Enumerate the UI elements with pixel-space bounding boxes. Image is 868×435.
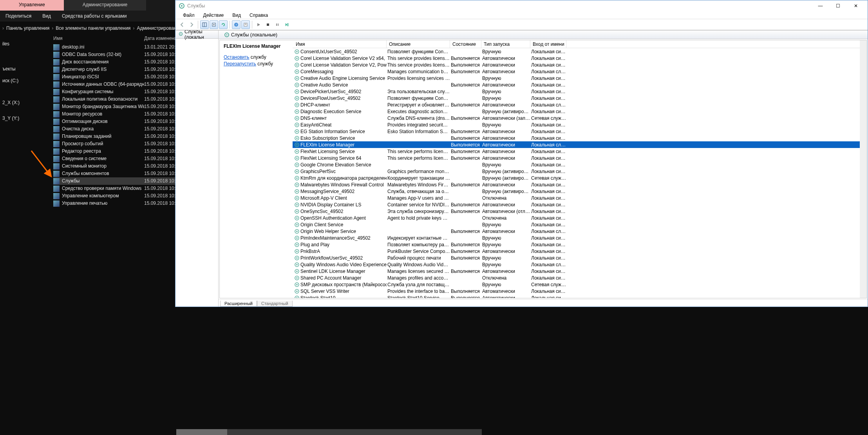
breadcrumb-seg[interactable]: Все элементы панели управления	[53, 25, 133, 31]
table-row[interactable]: FlexNet Licensing ServiceThis service pe…	[293, 148, 860, 155]
table-row[interactable]: Corel License Validation Service V2, Pow…	[293, 61, 860, 68]
table-row[interactable]: Origin Client ServiceВручнуюЛокальная си…	[293, 221, 860, 228]
table-row[interactable]: DHCP-клиентРегистрирует и обновляет IP-а…	[293, 101, 860, 108]
table-row[interactable]: ConsentUxUserSvc_49502Позволяет функциям…	[293, 48, 860, 55]
table-row[interactable]: SQL Server VSS WriterProvides the interf…	[293, 288, 860, 294]
menu-view[interactable]: Вид	[228, 13, 245, 18]
sidebar-item[interactable]: 2_X (X:)	[2, 98, 49, 107]
sidebar-item[interactable]: 3_Y (Y:)	[2, 114, 49, 123]
window-titlebar[interactable]: Службы — ☐ ✕	[175, 0, 868, 11]
table-row[interactable]: CoreMessagingManages communication betw.…	[293, 68, 860, 75]
table-row[interactable]: Plug and PlayПозволяет компьютеру распо.…	[293, 241, 860, 248]
table-row[interactable]: PrintWorkflowUserSvc_49502Рабочий процес…	[293, 255, 860, 261]
forward-button[interactable]	[187, 20, 196, 29]
stop-button[interactable]	[264, 20, 272, 29]
toolbar-separator	[252, 21, 252, 29]
sidebar-item[interactable]	[2, 48, 49, 51]
close-button[interactable]: ✕	[847, 2, 864, 10]
menu-help[interactable]: Справка	[245, 13, 272, 18]
table-row[interactable]: Google Chrome Elevation ServiceВручнуюЛо…	[293, 161, 860, 168]
col-state[interactable]: Состояние	[450, 40, 481, 48]
pause-button[interactable]	[273, 20, 282, 29]
gear-icon	[294, 109, 300, 114]
table-row[interactable]: FlexNet Licensing Service 64This service…	[293, 155, 860, 161]
sidebar-item[interactable]	[2, 88, 49, 91]
toolbar-button[interactable]	[200, 20, 209, 29]
sidebar-item[interactable]	[2, 73, 49, 76]
restart-service-link[interactable]: Перезапустить	[224, 61, 256, 67]
table-row[interactable]: GraphicsPerfSvcGraphics performance moni…	[293, 168, 860, 175]
horizontal-scrollbar[interactable]	[176, 429, 482, 435]
refresh-button[interactable]	[219, 20, 228, 29]
column-date[interactable]: Дата изменени	[144, 36, 177, 41]
help-button[interactable]: ?	[232, 20, 241, 29]
sidebar-item[interactable]	[2, 54, 49, 58]
menu-file[interactable]: Файл	[179, 13, 199, 18]
table-row[interactable]: Sentinel LDK License ManagerManages lice…	[293, 268, 860, 274]
scrollbar-thumb[interactable]	[176, 429, 227, 435]
tab-extended[interactable]: Расширенный	[220, 301, 257, 307]
table-row[interactable]: Stardock Start10Stardock Start10 Service…	[293, 294, 860, 298]
service-detail-title: FLEXlm License Manager	[224, 43, 289, 49]
shortcut-icon	[53, 148, 60, 155]
properties-button[interactable]	[241, 20, 250, 29]
sidebar-item[interactable]	[2, 36, 49, 40]
table-row[interactable]: EG Station Information ServiceEsko Stati…	[293, 128, 860, 135]
maximize-button[interactable]: ☐	[829, 2, 847, 10]
table-row[interactable]: Shared PC Account ManagerManages profile…	[293, 274, 860, 281]
play-button[interactable]	[254, 20, 263, 29]
table-row[interactable]: Esko Subscription ServiceВыполняетсяАвто…	[293, 135, 860, 141]
table-row[interactable]: Microsoft App-V ClientManages App-V user…	[293, 195, 860, 201]
menu-action[interactable]: Действие	[199, 13, 228, 18]
sidebar-item[interactable]: iles	[2, 40, 49, 48]
table-row[interactable]: MessagingService_49502Служба, отвечающая…	[293, 188, 860, 195]
sidebar-item[interactable]	[2, 85, 49, 88]
stop-service-link[interactable]: Остановить	[224, 54, 250, 60]
sidebar-item[interactable]: ъекты	[2, 65, 49, 73]
sidebar-item[interactable]: иск (C:)	[2, 76, 49, 85]
service-rows[interactable]: ConsentUxUserSvc_49502Позволяет функциям…	[293, 48, 860, 298]
back-button[interactable]	[178, 20, 186, 29]
table-row[interactable]: OneSyncSvc_49502Эта служба синхронизируе…	[293, 208, 860, 215]
table-row[interactable]: OpenSSH Authentication AgentAgent to hol…	[293, 215, 860, 221]
ribbon-tab-admin[interactable]: Администрирование	[64, 0, 146, 11]
table-row[interactable]: PimIndexMaintenanceSvc_49502Индексирует …	[293, 235, 860, 241]
col-startup[interactable]: Тип запуска	[481, 40, 530, 48]
table-row[interactable]: SMP дисковых пространств (Майкрософт)Слу…	[293, 281, 860, 288]
col-logon[interactable]: Вход от имени	[530, 40, 566, 48]
table-row[interactable]: DevicePickerUserSvc_49502Эта пользовател…	[293, 88, 860, 95]
svg-point-23	[296, 51, 298, 52]
column-name[interactable]: Имя	[53, 36, 144, 41]
tab-standard[interactable]: Стандартный	[257, 301, 293, 307]
table-row[interactable]: DevicesFlowUserSvc_49502Позволяет функци…	[293, 95, 860, 101]
table-row[interactable]: NVIDIA Display Container LSContainer ser…	[293, 201, 860, 208]
table-row[interactable]: Creative Audio ServiceВыполняетсяАвтомат…	[293, 81, 860, 88]
table-row[interactable]: Creative Audio Engine Licensing ServiceP…	[293, 75, 860, 81]
table-row[interactable]: Corel License Validation Service V2 x64,…	[293, 55, 860, 61]
table-row[interactable]: DNS-клиентСлужба DNS-клиента (dnscach...…	[293, 115, 860, 121]
table-row[interactable]: Origin Web Helper ServiceВыполняетсяАвто…	[293, 228, 860, 235]
table-row[interactable]: EasyAntiCheatProvides integrated securit…	[293, 121, 860, 128]
restart-button[interactable]	[282, 20, 291, 29]
sidebar-item[interactable]	[2, 51, 49, 54]
tree-label: Службы (локальн	[184, 30, 215, 40]
table-row[interactable]: FLEXlm License ManagerВыполняетсяАвтомат…	[293, 141, 860, 148]
col-name[interactable]: Имя	[293, 40, 387, 48]
table-row[interactable]: KtmRm для координатора распределенных ..…	[293, 175, 860, 181]
file-name: Просмотр событий	[62, 141, 144, 147]
service-name-cell: Shared PC Account Manager	[293, 275, 387, 281]
export-button[interactable]	[210, 20, 218, 29]
minimize-button[interactable]: —	[812, 2, 829, 10]
menu-share[interactable]: Поделиться	[0, 12, 37, 20]
col-description[interactable]: Описание	[387, 40, 450, 48]
table-row[interactable]: PnkBstrAPunkBuster Service Component...В…	[293, 248, 860, 255]
table-row[interactable]: Diagnostic Execution ServiceExecutes dia…	[293, 108, 860, 115]
ribbon-tab-manage[interactable]: Управление	[0, 0, 64, 11]
menu-shortcut-tools[interactable]: Средства работы с ярлыками	[56, 12, 132, 20]
table-row[interactable]: Quality Windows Audio Video ExperienceQu…	[293, 261, 860, 268]
menu-view[interactable]: Вид	[37, 12, 56, 20]
vertical-scrollbar[interactable]	[860, 40, 866, 298]
table-row[interactable]: Malwarebytes Windows Firewall ControlMal…	[293, 181, 860, 188]
breadcrumb-seg[interactable]: Панель управления	[4, 25, 52, 31]
tree-local-services[interactable]: Службы (локальн	[175, 30, 218, 39]
